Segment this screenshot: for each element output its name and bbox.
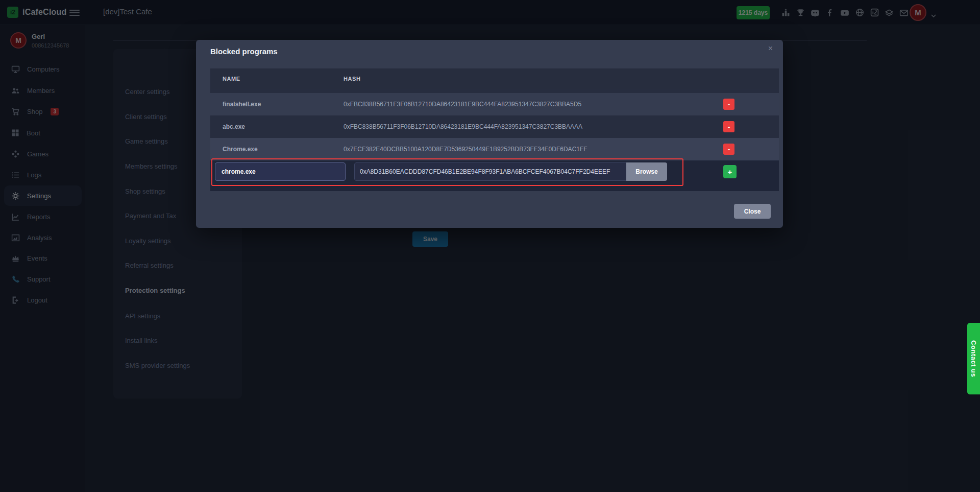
program-name: finalshell.exe bbox=[210, 101, 344, 108]
table-header: NAME HASH bbox=[210, 68, 779, 89]
column-header-hash: HASH bbox=[344, 76, 361, 82]
program-hash: 0xFBC838B56711F3F06B12710DA86423181E9BC4… bbox=[344, 123, 582, 130]
column-header-name: NAME bbox=[210, 76, 344, 82]
table-row: abc.exe 0xFBC838B56711F3F06B12710DA86423… bbox=[210, 115, 779, 138]
program-name: abc.exe bbox=[210, 123, 344, 130]
contact-us-tab[interactable]: Contact us bbox=[967, 323, 980, 394]
browse-button[interactable]: Browse bbox=[626, 162, 667, 181]
table-row: Chrome.exe 0x7ECF382E40DCBB5100A120D8E7D… bbox=[210, 138, 779, 160]
new-program-name-input[interactable] bbox=[215, 162, 346, 181]
remove-row-button[interactable]: - bbox=[723, 144, 734, 155]
app-root: i2 iCafeCloud [dev]Test Cafe 1215 days bbox=[0, 0, 980, 492]
partially-scrolled-row bbox=[210, 89, 779, 93]
program-name: Chrome.exe bbox=[210, 146, 344, 153]
program-hash: 0xFBC838B56711F3F06B12710DA86423181E9BC4… bbox=[344, 101, 581, 108]
modal-close-button[interactable]: Close bbox=[734, 204, 771, 219]
blocked-programs-table: NAME HASH finalshell.exe 0xFBC838B56711F… bbox=[210, 68, 779, 191]
new-program-hash-input[interactable] bbox=[354, 162, 626, 181]
add-row-button[interactable]: + bbox=[723, 165, 737, 178]
remove-row-button[interactable]: - bbox=[723, 99, 734, 110]
remove-row-button[interactable]: - bbox=[723, 121, 734, 132]
blocked-programs-modal: Blocked programs × NAME HASH finalshell.… bbox=[196, 40, 783, 228]
modal-title: Blocked programs bbox=[210, 47, 278, 56]
modal-close-icon[interactable]: × bbox=[768, 44, 773, 53]
program-hash: 0x7ECF382E40DCBB5100A120D8E7D5369250449E… bbox=[344, 146, 587, 153]
table-row: finalshell.exe 0xFBC838B56711F3F06B12710… bbox=[210, 93, 779, 115]
